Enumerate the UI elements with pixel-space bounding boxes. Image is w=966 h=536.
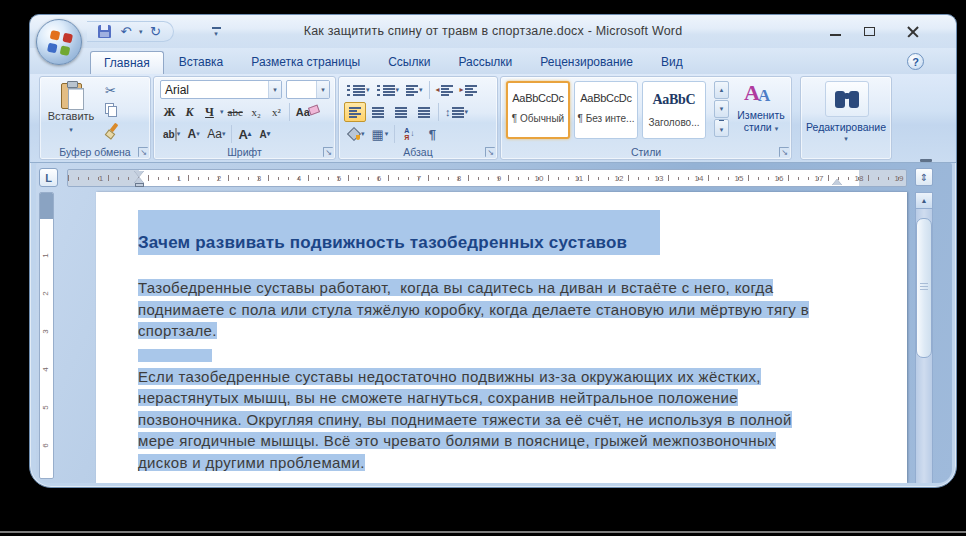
highlight-icon: ab bbox=[163, 129, 177, 140]
help-button[interactable]: ? bbox=[907, 53, 924, 70]
minimize-button[interactable] bbox=[820, 22, 850, 41]
style-card-0[interactable]: AaBbCcDc¶ Обычный bbox=[506, 81, 570, 139]
justify-icon bbox=[418, 107, 430, 118]
subscript-button[interactable]: x₂ bbox=[247, 102, 266, 122]
editing-dropdown-icon[interactable]: ▾ bbox=[801, 135, 891, 143]
show-marks-button[interactable]: ¶ bbox=[421, 124, 443, 144]
underline-button[interactable]: Ч bbox=[200, 102, 219, 122]
vertical-scrollbar[interactable]: ▲ bbox=[915, 192, 933, 483]
ruler-number: 4 bbox=[297, 174, 301, 183]
save-icon bbox=[98, 25, 111, 38]
find-button[interactable] bbox=[825, 81, 869, 117]
indent-markers[interactable] bbox=[134, 170, 145, 188]
style-card-1[interactable]: AaBbCcDc¶ Без инте... bbox=[574, 81, 638, 139]
cut-button[interactable]: ✂ bbox=[102, 80, 144, 100]
ruler-number: 12 bbox=[615, 174, 624, 183]
numbered-list-button[interactable]: ▾ bbox=[374, 80, 403, 100]
scroll-up-button[interactable]: ▲ bbox=[916, 193, 932, 209]
document-text[interactable]: Зачем развивать подвижность тазобедренны… bbox=[138, 210, 863, 473]
style-card-2[interactable]: AaBbCЗаголово... bbox=[642, 81, 706, 139]
change-styles-icon: AA bbox=[734, 81, 788, 107]
strikethrough-button[interactable]: abc bbox=[225, 102, 246, 122]
paragraph-dialog-launcher[interactable]: ↘ bbox=[485, 147, 495, 157]
copy-button[interactable] bbox=[102, 100, 144, 120]
redo-button[interactable]: ↻ bbox=[147, 23, 165, 40]
tab-разметка-страницы[interactable]: Разметка страницы bbox=[238, 51, 373, 74]
paste-dropdown-icon: ▾ bbox=[69, 126, 73, 133]
bold-button[interactable]: Ж bbox=[160, 102, 179, 122]
tab-рассылки[interactable]: Рассылки bbox=[445, 51, 525, 74]
borders-button[interactable]: ▦▾ bbox=[369, 124, 392, 144]
close-icon bbox=[907, 26, 919, 38]
office-button[interactable] bbox=[36, 19, 82, 65]
tab-главная[interactable]: Главная bbox=[90, 51, 164, 74]
format-painter-button[interactable] bbox=[102, 120, 144, 140]
close-button[interactable] bbox=[898, 22, 928, 41]
bullet-list-icon bbox=[347, 85, 350, 96]
font-name-combo[interactable]: Arial ▾ bbox=[160, 80, 282, 99]
grow-font-icon: А bbox=[238, 127, 247, 142]
group-paragraph: ▾ ▾ ▾ ◂ ▸ ↕▾ ▾ ▦▾ bbox=[338, 76, 498, 160]
ruler-number: 5 bbox=[337, 174, 341, 183]
ruler-toggle-button[interactable]: ⇕ bbox=[915, 168, 933, 186]
styles-dialog-launcher[interactable]: ↘ bbox=[779, 147, 789, 157]
chevron-down-icon: ▾ bbox=[775, 125, 779, 132]
align-right-button[interactable] bbox=[390, 102, 412, 122]
ribbon-edge-handle[interactable] bbox=[920, 159, 932, 162]
styles-scroll-up-button[interactable]: ▲ bbox=[714, 81, 729, 99]
font-name-dropdown-icon[interactable]: ▾ bbox=[268, 81, 281, 98]
change-case-button[interactable]: Aa ▾ bbox=[204, 124, 228, 144]
shading-button[interactable]: ▾ bbox=[344, 124, 368, 144]
vertical-ruler[interactable]: 1234567 bbox=[39, 192, 54, 479]
underline-dropdown-icon[interactable]: ▾ bbox=[220, 108, 224, 116]
group-editing: Редактирование ▾ bbox=[800, 76, 892, 160]
font-size-dropdown-icon[interactable]: ▾ bbox=[316, 81, 329, 98]
divider bbox=[231, 125, 232, 143]
document-heading: Зачем развивать подвижность тазобедренны… bbox=[138, 230, 660, 255]
right-indent-marker[interactable] bbox=[832, 179, 842, 185]
tab-вид[interactable]: Вид bbox=[648, 51, 696, 74]
font-dialog-launcher[interactable]: ↘ bbox=[323, 147, 333, 157]
left-indent-marker[interactable] bbox=[135, 183, 144, 187]
numbered-list-icon bbox=[377, 85, 380, 96]
paste-label: Вставить bbox=[48, 110, 95, 122]
document-page[interactable]: Зачем развивать подвижность тазобедренны… bbox=[96, 192, 907, 483]
font-color-button[interactable]: A ▾ bbox=[184, 124, 203, 144]
align-left-button[interactable] bbox=[344, 102, 366, 122]
scrollbar-thumb[interactable] bbox=[916, 218, 932, 358]
divider bbox=[429, 81, 430, 99]
save-button[interactable] bbox=[95, 23, 113, 40]
undo-button[interactable]: ↶ bbox=[117, 23, 135, 40]
style-name: ¶ Обычный bbox=[508, 113, 568, 124]
tab-ссылки[interactable]: Ссылки bbox=[375, 51, 443, 74]
maximize-button[interactable] bbox=[854, 22, 884, 41]
change-styles-button[interactable]: AA Изменить стили ▾ bbox=[733, 80, 789, 146]
justify-button[interactable] bbox=[413, 102, 435, 122]
customize-qat-button[interactable]: ▾ bbox=[208, 25, 224, 40]
clipboard-dialog-launcher[interactable]: ↘ bbox=[138, 147, 148, 157]
bullet-list-button[interactable]: ▾ bbox=[344, 80, 373, 100]
paste-button[interactable]: Вставить ▾ bbox=[44, 80, 98, 144]
decrease-indent-button[interactable]: ◂ bbox=[433, 80, 456, 100]
line-spacing-button[interactable]: ↕▾ bbox=[442, 102, 471, 122]
selected-blank-line bbox=[138, 349, 212, 362]
align-center-button[interactable] bbox=[367, 102, 389, 122]
undo-dropdown[interactable]: ▾ bbox=[139, 28, 143, 36]
increase-indent-button[interactable]: ▸ bbox=[457, 80, 480, 100]
styles-more-button[interactable]: ▼ bbox=[714, 119, 729, 137]
sort-button[interactable]: АЯ ↓ bbox=[398, 124, 420, 144]
horizontal-ruler[interactable]: 112345678910111213141516171819 bbox=[67, 169, 907, 187]
ribbon-tab-row: ГлавнаяВставкаРазметка страницыСсылкиРас… bbox=[30, 48, 956, 74]
tab-вставка[interactable]: Вставка bbox=[166, 51, 237, 74]
italic-button[interactable]: К bbox=[180, 102, 199, 122]
clear-formatting-button[interactable]: Aa bbox=[293, 102, 313, 122]
superscript-button[interactable]: x² bbox=[267, 102, 286, 122]
grow-font-button[interactable]: А▴ bbox=[235, 124, 254, 144]
multilevel-list-button[interactable]: ▾ bbox=[403, 80, 426, 100]
tab-selector-button[interactable]: L bbox=[39, 168, 58, 187]
tab-рецензирование[interactable]: Рецензирование bbox=[527, 51, 646, 74]
shrink-font-button[interactable]: А▾ bbox=[255, 124, 274, 144]
font-size-combo[interactable]: ▾ bbox=[286, 80, 330, 99]
styles-scroll-down-button[interactable]: ▼ bbox=[714, 100, 729, 118]
highlight-button[interactable]: ab ▾ bbox=[160, 124, 183, 144]
